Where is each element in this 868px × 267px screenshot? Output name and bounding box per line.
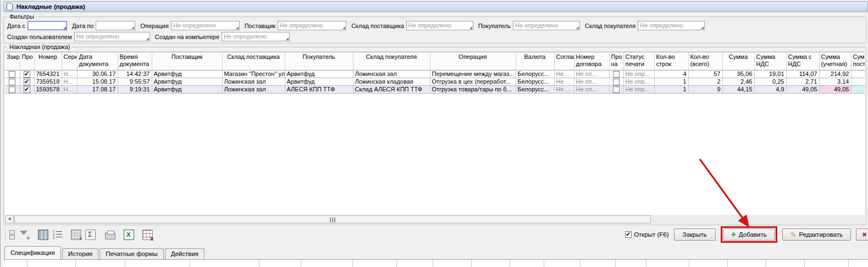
col-header-sum[interactable]: Сумма (722, 52, 754, 70)
tab-history[interactable]: История (62, 248, 99, 259)
spec-column-header[interactable] (616, 260, 646, 267)
col-header-buyer-warehouse[interactable]: Склад покупателя (353, 52, 430, 70)
spec-column-header[interactable] (301, 260, 353, 267)
grid-delete-icon[interactable] (142, 230, 153, 240)
col-header-doc-time[interactable]: Время документа (118, 52, 152, 70)
spec-column-header[interactable] (259, 260, 301, 267)
filters-group: Фильтры Дата с Дата по Операция Не опред… (3, 17, 866, 43)
posted-checkbox[interactable] (24, 79, 30, 85)
col-header-posted[interactable]: Про (20, 52, 34, 70)
invoice-row[interactable]: 7359518 Н... 15.08.17 9:55:57 Арвитфуд Л… (5, 78, 865, 86)
pencil-icon (790, 231, 797, 239)
posted-checkbox[interactable] (24, 71, 30, 78)
cell-sum-accounting: 49,05 (819, 86, 851, 94)
invoice-table: Закр Про Номер Сери Дата документа Время… (5, 52, 865, 94)
col-header-supplier-warehouse[interactable]: Склад поставщика (222, 52, 285, 70)
col-header-sum-accounting[interactable]: Сумма (учетная) (819, 52, 851, 70)
spec-column-header[interactable] (766, 260, 805, 267)
open-checkbox[interactable] (625, 231, 632, 238)
scrollbar-thumb[interactable] (14, 215, 651, 224)
tab-print-forms[interactable]: Печатные формы (99, 248, 163, 259)
col-header-number[interactable]: Номер (34, 52, 62, 70)
spec-column-header[interactable] (646, 260, 689, 267)
filter-add-icon[interactable] (19, 230, 30, 240)
col-header-doc-date[interactable]: Дата документа (77, 52, 118, 70)
spec-column-header[interactable] (125, 260, 190, 267)
calculator-add-icon[interactable] (71, 230, 81, 240)
spec-column-header[interactable] (353, 260, 397, 267)
col-header-agreement[interactable]: Соглаш (554, 52, 574, 70)
spec-column-header[interactable] (544, 260, 580, 267)
col-header-closed[interactable]: Закр (5, 52, 20, 70)
cell-supplier: Арвитфуд (152, 86, 222, 94)
spec-column-header[interactable] (27, 260, 76, 267)
col-header-pro-na[interactable]: Про на (609, 52, 623, 70)
col-header-total-count[interactable]: Кол-во (всего) (688, 52, 722, 70)
closed-checkbox[interactable] (9, 86, 15, 93)
sum-sigma-icon[interactable] (85, 230, 96, 240)
spec-column-header[interactable] (510, 260, 544, 267)
open-checkbox-field[interactable]: Открыт (F6) (625, 231, 668, 238)
columns-icon[interactable] (38, 230, 48, 240)
excel-export-icon[interactable] (124, 230, 134, 240)
tab-actions[interactable]: Действия (165, 248, 204, 259)
supplier-warehouse-combo[interactable]: Не определено (406, 21, 473, 30)
close-button[interactable]: Закрыть (674, 228, 716, 241)
created-by-user-combo[interactable]: Не определено (74, 32, 150, 41)
cell-doc-date: 30.06.17 (77, 70, 118, 78)
spec-column-header[interactable] (728, 260, 766, 267)
cell-agreement: Не ... (554, 70, 574, 78)
col-header-series[interactable]: Сери (62, 52, 77, 70)
add-button[interactable]: Добавить (723, 228, 775, 241)
col-header-currency[interactable]: Валюта (516, 52, 554, 70)
spec-column-header[interactable] (76, 260, 125, 267)
spec-column-header[interactable] (689, 260, 728, 267)
panel-title: Накладные (продажа) (16, 3, 85, 10)
col-header-print-status[interactable]: Статус печати (623, 52, 654, 70)
pro-na-checkbox[interactable] (613, 71, 620, 78)
tab-specification[interactable]: Спецификация (4, 246, 61, 259)
date-from-combo[interactable] (27, 21, 67, 30)
col-header-contract-number[interactable]: Номер договора (574, 52, 609, 70)
spec-column-header[interactable] (805, 260, 849, 267)
invoice-row-selected[interactable]: 1593578 Н... 17.08.17 9:19:31 Арвитфуд Л… (5, 86, 865, 94)
pro-na-checkbox[interactable] (613, 86, 620, 93)
scroll-left-button[interactable] (5, 215, 14, 224)
print-icon[interactable] (105, 232, 115, 239)
posted-checkbox[interactable] (24, 86, 30, 93)
spec-column-header[interactable] (3, 260, 27, 267)
app-window: Накладные (продажа) Фильтры Дата с Дата … (0, 0, 868, 267)
closed-checkbox[interactable] (9, 71, 15, 78)
invoice-row[interactable]: 7654321 Н... 30.06.17 14:42:37 Арвитфуд … (5, 70, 865, 78)
col-header-operation[interactable]: Операция (430, 52, 516, 70)
delete-button-partial[interactable] (856, 228, 868, 241)
spec-column-header[interactable] (849, 260, 868, 267)
col-header-sum-vat[interactable]: Сумма НДС (754, 52, 786, 70)
date-to-combo[interactable] (96, 21, 135, 30)
structure-icon[interactable] (5, 230, 15, 240)
col-header-sum-with-vat[interactable]: Сумма с НДС (786, 52, 819, 70)
numbered-list-icon[interactable] (52, 230, 63, 240)
spec-column-header[interactable] (190, 260, 259, 267)
supplier-combo[interactable]: Не определено (278, 21, 346, 30)
created-by-user-label: Создан пользователем (7, 34, 72, 40)
col-header-sum-supplier[interactable]: Сумма поста (851, 52, 865, 70)
horizontal-scrollbar[interactable] (5, 215, 865, 224)
closed-checkbox[interactable] (9, 79, 15, 85)
col-header-buyer[interactable]: Покупатель (285, 52, 353, 70)
created-on-computer-combo[interactable]: Не определено (222, 32, 290, 41)
operation-combo[interactable]: Не определено (171, 21, 240, 30)
col-header-supplier[interactable]: Поставщик (152, 52, 222, 70)
cell-line-count: 1 (654, 86, 688, 94)
pro-na-checkbox[interactable] (613, 79, 620, 85)
spec-column-header[interactable] (580, 260, 616, 267)
spec-column-header[interactable] (472, 260, 510, 267)
cell-sum: 95,06 (722, 70, 754, 78)
specification-header-row (3, 259, 868, 267)
edit-button[interactable]: Редактировать (782, 228, 851, 241)
col-header-line-count[interactable]: Кол-во строк (654, 52, 688, 70)
buyer-combo[interactable]: Не определено (513, 21, 580, 30)
spec-column-header[interactable] (433, 260, 472, 267)
buyer-warehouse-combo[interactable]: Не определено (638, 21, 705, 30)
spec-column-header[interactable] (397, 260, 433, 267)
